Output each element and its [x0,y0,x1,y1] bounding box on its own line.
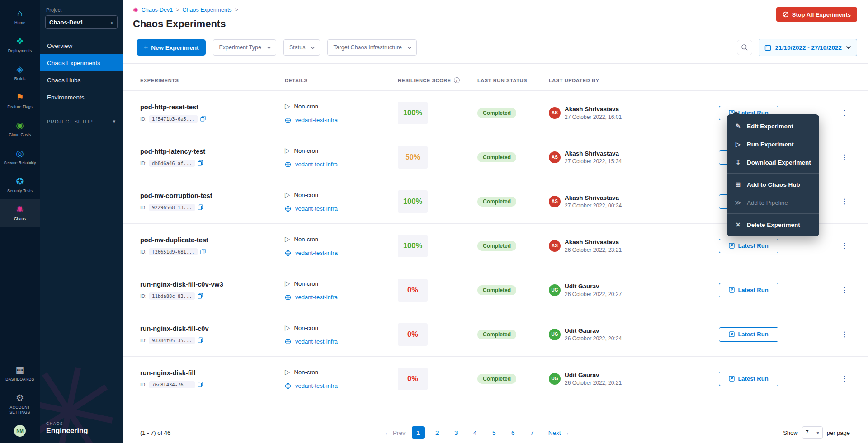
project-select-input[interactable]: Chaos-Dev1 » [45,15,118,29]
pagination: (1 - 7) of 46 ← Prev 1234567 Next → Show… [123,401,868,439]
actions-cell: Latest Run ⋮ [719,283,850,297]
experiment-name[interactable]: run-nginx-disk-fill-c0v [140,325,285,332]
infrastructure-icon [285,161,291,168]
rail-item-feature-flags[interactable]: ⚑ Feature Flags [0,87,40,115]
rail-item-builds[interactable]: ◈ Builds [0,59,40,87]
latest-run-button[interactable]: Latest Run [719,239,778,253]
rail-label: ACCOUNT SETTINGS [1,405,39,415]
infra-link[interactable]: vedant-test-infra [295,338,338,345]
menu-item-run-experiment[interactable]: ▷ Run Experiment [727,135,819,153]
project-setup-toggle[interactable]: PROJECT SETUP ▾ [47,118,116,124]
user-avatar[interactable]: NM [14,425,26,437]
infra-link[interactable]: vedant-test-infra [295,294,338,301]
page-size-select[interactable]: 7 ▾ [802,426,823,439]
new-experiment-button[interactable]: + New Experiment [137,39,206,56]
avatar: AS [549,151,561,163]
page-6[interactable]: 6 [507,426,519,439]
kebab-menu-icon[interactable]: ⋮ [839,108,850,117]
copy-icon[interactable] [200,116,206,122]
search-button[interactable] [737,40,752,55]
page-5[interactable]: 5 [488,426,500,439]
experiment-name[interactable]: run-nginx-disk-fill-c0v-vw3 [140,281,285,288]
filter-target-chaos-infrastructure[interactable]: Target Chaos Infrastructure [327,39,416,56]
filter-status[interactable]: Status [283,39,320,56]
kebab-menu-icon[interactable]: ⋮ [839,197,850,206]
menu-item-add-to-chaos-hub[interactable]: ⊞ Add to Chaos Hub [727,175,819,193]
experiment-name[interactable]: pod-http-reset-test [140,104,285,111]
chevron-down-icon [846,46,851,49]
rail-item-cloud-costs[interactable]: ◉ Cloud Costs [0,115,40,143]
column-resilience-score-label: RESILIENCE SCORE [398,78,451,83]
latest-run-button[interactable]: Latest Run [719,372,778,386]
cloud-costs-icon: ◉ [16,120,24,130]
sidebar-item-chaos-experiments[interactable]: Chaos Experiments [40,54,123,71]
latest-run-button[interactable]: Latest Run [719,283,778,297]
copy-icon[interactable] [198,337,203,343]
experiment-name[interactable]: pod-http-latency-test [140,148,285,155]
kebab-menu-icon[interactable]: ⋮ [839,153,850,161]
rail-item-dashboards[interactable]: ▦ DASHBOARDS [0,359,40,387]
page-1[interactable]: 1 [412,426,425,439]
rail-item-chaos[interactable]: ✺ Chaos [0,199,40,227]
infra-link[interactable]: vedant-test-infra [295,161,338,168]
status-badge: Completed [477,197,516,207]
updated-by-cell: UG Udit Gaurav 26 October 2022, 20:24 [549,327,719,342]
kebab-menu-icon[interactable]: ⋮ [839,330,850,339]
rail-label: Cloud Costs [9,132,31,137]
menu-item-download-experiment[interactable]: ↧ Download Experiment [727,153,819,171]
module-name-big: Engineering [46,427,123,435]
rail-item-deployments[interactable]: ❖ Deployments [0,31,40,59]
breadcrumb-experiments-link[interactable]: Chaos Experiments [183,7,232,13]
page-2[interactable]: 2 [431,426,443,439]
prev-page-button[interactable]: ← Prev [384,429,405,436]
latest-run-button[interactable]: Latest Run [719,327,778,342]
resilience-score-box: 100% [398,235,428,257]
page-3[interactable]: 3 [450,426,462,439]
copy-icon[interactable] [200,249,206,254]
row-context-menu: ✎ Edit Experiment ▷ Run Experiment ↧ Dow… [727,114,819,236]
column-last-updated-by: LAST UPDATED BY [549,77,719,83]
kebab-menu-icon[interactable]: ⋮ [839,374,850,383]
rail-item-account-settings[interactable]: ⚙ ACCOUNT SETTINGS [0,387,40,420]
infra-link[interactable]: vedant-test-infra [295,205,338,212]
rail-item-home[interactable]: ⌂ Home [0,3,40,31]
experiment-id-line: ID: db8d6a46-af... [140,160,285,167]
page-4[interactable]: 4 [469,426,481,439]
menu-item-label: Download Experiment [747,159,811,166]
filter-experiment-type[interactable]: Experiment Type [213,39,276,56]
copy-icon[interactable] [198,160,203,166]
menu-item-delete-experiment[interactable]: ✕ Delete Experiment [727,216,819,234]
avatar: UG [549,373,561,385]
kebab-menu-icon[interactable]: ⋮ [839,286,850,294]
infra-link[interactable]: vedant-test-infra [295,382,338,389]
sidebar-item-overview[interactable]: Overview [40,37,123,54]
chevron-down-icon [267,46,271,49]
copy-icon[interactable] [198,204,203,210]
stop-all-experiments-button[interactable]: Stop All Experiments [776,7,857,22]
rail-item-security-tests[interactable]: ✪ Security Tests [0,171,40,199]
experiment-name[interactable]: pod-nw-duplicate-test [140,236,285,244]
copy-icon[interactable] [198,293,203,299]
experiment-id: 1f5471b3-6a5... [149,115,198,123]
kebab-menu-icon[interactable]: ⋮ [839,241,850,250]
sidebar-item-chaos-hubs[interactable]: Chaos Hubs [40,71,123,89]
next-page-button[interactable]: Next → [548,429,570,436]
experiment-id: 92296568-13... [149,204,195,211]
experiment-name[interactable]: run-nginx-disk-fill [140,369,285,377]
experiment-name[interactable]: pod-nw-corruption-test [140,192,285,199]
info-icon[interactable]: i [454,77,460,83]
latest-run-icon [729,287,735,293]
date-range-picker[interactable]: 21/10/2022 - 27/10/2022 [759,39,857,56]
breadcrumb-project-link[interactable]: Chaos-Dev1 [142,7,173,13]
sidebar-item-environments[interactable]: Environments [40,89,123,106]
infra-link[interactable]: vedant-test-infra [295,250,338,256]
infrastructure-icon [285,206,291,212]
rail-top: ⌂ Home ❖ Deployments ◈ Builds ⚑ Feature … [0,3,40,227]
rail-spacer [0,227,40,359]
experiment-id: 76e8f434-76... [149,381,195,388]
page-7[interactable]: 7 [526,426,538,439]
copy-icon[interactable] [198,382,203,387]
rail-item-service-reliability[interactable]: ◎ Service Reliability [0,143,40,171]
infra-link[interactable]: vedant-test-infra [295,117,338,123]
menu-item-edit-experiment[interactable]: ✎ Edit Experiment [727,117,819,135]
